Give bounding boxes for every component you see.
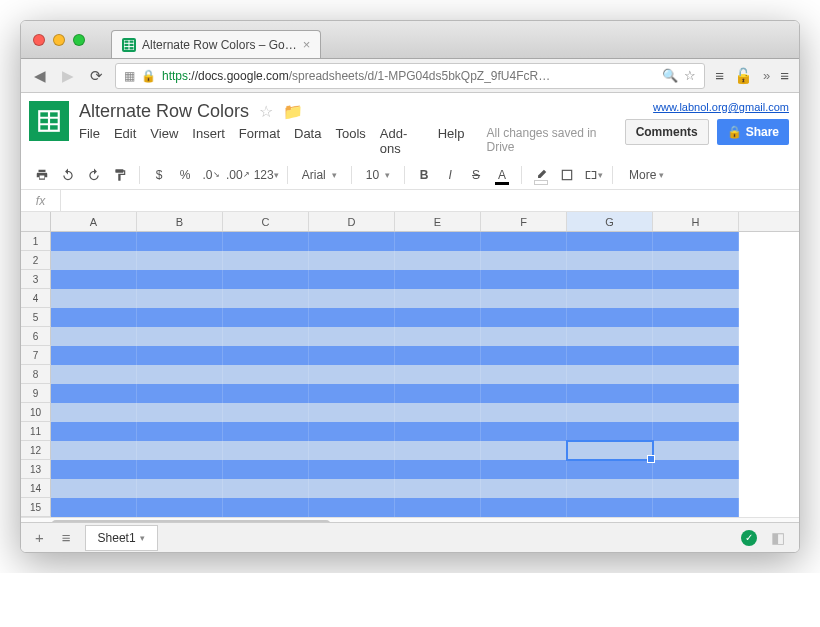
cell[interactable] bbox=[653, 346, 739, 365]
cell[interactable] bbox=[51, 251, 137, 270]
cell[interactable] bbox=[653, 308, 739, 327]
menu-file[interactable]: File bbox=[79, 126, 100, 156]
cell[interactable] bbox=[309, 308, 395, 327]
cell[interactable] bbox=[223, 232, 309, 251]
cell[interactable] bbox=[51, 232, 137, 251]
cell[interactable] bbox=[137, 403, 223, 422]
row-header[interactable]: 14 bbox=[21, 479, 51, 498]
cell[interactable] bbox=[51, 346, 137, 365]
menu-insert[interactable]: Insert bbox=[192, 126, 225, 156]
strikethrough-button[interactable]: S bbox=[465, 164, 487, 186]
number-format-dropdown[interactable]: 123 ▾ bbox=[254, 164, 279, 186]
cell[interactable] bbox=[137, 422, 223, 441]
cell[interactable] bbox=[395, 346, 481, 365]
menu-data[interactable]: Data bbox=[294, 126, 321, 156]
undo-icon[interactable] bbox=[57, 164, 79, 186]
cell[interactable] bbox=[653, 270, 739, 289]
column-header[interactable]: B bbox=[137, 212, 223, 231]
cell[interactable] bbox=[567, 479, 653, 498]
select-all-corner[interactable] bbox=[21, 212, 51, 231]
cell[interactable] bbox=[309, 365, 395, 384]
account-email-link[interactable]: www.labnol.org@gmail.com bbox=[653, 101, 789, 113]
cell[interactable] bbox=[51, 308, 137, 327]
cell[interactable] bbox=[481, 308, 567, 327]
row-header[interactable]: 13 bbox=[21, 460, 51, 479]
cell[interactable] bbox=[309, 479, 395, 498]
share-button[interactable]: 🔒 Share bbox=[717, 119, 789, 145]
cell[interactable] bbox=[137, 270, 223, 289]
currency-icon[interactable]: $ bbox=[148, 164, 170, 186]
cell[interactable] bbox=[309, 460, 395, 479]
cell[interactable] bbox=[395, 403, 481, 422]
horizontal-scrollbar[interactable] bbox=[21, 517, 799, 522]
cell[interactable] bbox=[567, 365, 653, 384]
search-icon[interactable]: 🔍 bbox=[662, 68, 678, 83]
cell[interactable] bbox=[51, 289, 137, 308]
cell[interactable] bbox=[309, 384, 395, 403]
text-color-button[interactable]: A bbox=[491, 164, 513, 186]
menu-format[interactable]: Format bbox=[239, 126, 280, 156]
cell[interactable] bbox=[137, 365, 223, 384]
font-family-dropdown[interactable]: Arial▾ bbox=[296, 168, 343, 182]
cell[interactable] bbox=[223, 289, 309, 308]
browser-tab[interactable]: Alternate Row Colors – Go… × bbox=[111, 30, 321, 58]
cell[interactable] bbox=[567, 441, 653, 460]
menu-edit[interactable]: Edit bbox=[114, 126, 136, 156]
cell[interactable] bbox=[481, 479, 567, 498]
document-title[interactable]: Alternate Row Colors bbox=[79, 101, 249, 122]
row-header[interactable]: 11 bbox=[21, 422, 51, 441]
cell[interactable] bbox=[653, 232, 739, 251]
cell[interactable] bbox=[567, 289, 653, 308]
cell[interactable] bbox=[653, 498, 739, 517]
bold-button[interactable]: B bbox=[413, 164, 435, 186]
print-icon[interactable] bbox=[31, 164, 53, 186]
cell[interactable] bbox=[137, 232, 223, 251]
cell[interactable] bbox=[223, 384, 309, 403]
address-bar[interactable]: ▦ 🔒 https://docs.google.com/spreadsheets… bbox=[115, 63, 705, 89]
cell[interactable] bbox=[481, 365, 567, 384]
cell[interactable] bbox=[653, 441, 739, 460]
cell[interactable] bbox=[223, 365, 309, 384]
zoom-window-button[interactable] bbox=[73, 34, 85, 46]
cell[interactable] bbox=[309, 403, 395, 422]
cell[interactable] bbox=[481, 327, 567, 346]
cell[interactable] bbox=[51, 270, 137, 289]
row-header[interactable]: 7 bbox=[21, 346, 51, 365]
cell[interactable] bbox=[395, 232, 481, 251]
cell[interactable] bbox=[653, 251, 739, 270]
cell[interactable] bbox=[653, 403, 739, 422]
column-header[interactable]: E bbox=[395, 212, 481, 231]
borders-button[interactable] bbox=[556, 164, 578, 186]
cell[interactable] bbox=[395, 289, 481, 308]
cell[interactable] bbox=[567, 498, 653, 517]
cell[interactable] bbox=[51, 384, 137, 403]
cell[interactable] bbox=[567, 403, 653, 422]
cell[interactable] bbox=[137, 346, 223, 365]
cell[interactable] bbox=[223, 308, 309, 327]
cell[interactable] bbox=[51, 441, 137, 460]
column-header[interactable]: G bbox=[567, 212, 653, 231]
cell[interactable] bbox=[137, 289, 223, 308]
cell[interactable] bbox=[309, 232, 395, 251]
column-header[interactable]: F bbox=[481, 212, 567, 231]
cell[interactable] bbox=[395, 422, 481, 441]
cell[interactable] bbox=[481, 251, 567, 270]
cell[interactable] bbox=[51, 479, 137, 498]
paint-format-icon[interactable] bbox=[109, 164, 131, 186]
decrease-decimal-icon[interactable]: .0↘ bbox=[200, 164, 222, 186]
cell[interactable] bbox=[137, 498, 223, 517]
cell[interactable] bbox=[309, 346, 395, 365]
cell[interactable] bbox=[481, 498, 567, 517]
star-icon[interactable]: ☆ bbox=[259, 102, 273, 121]
column-header[interactable]: H bbox=[653, 212, 739, 231]
row-header[interactable]: 6 bbox=[21, 327, 51, 346]
cell[interactable] bbox=[137, 460, 223, 479]
cell[interactable] bbox=[653, 327, 739, 346]
cell[interactable] bbox=[481, 289, 567, 308]
row-header[interactable]: 3 bbox=[21, 270, 51, 289]
cell[interactable] bbox=[309, 251, 395, 270]
cell[interactable] bbox=[223, 327, 309, 346]
fill-color-button[interactable] bbox=[530, 164, 552, 186]
row-header[interactable]: 4 bbox=[21, 289, 51, 308]
cell[interactable] bbox=[51, 498, 137, 517]
